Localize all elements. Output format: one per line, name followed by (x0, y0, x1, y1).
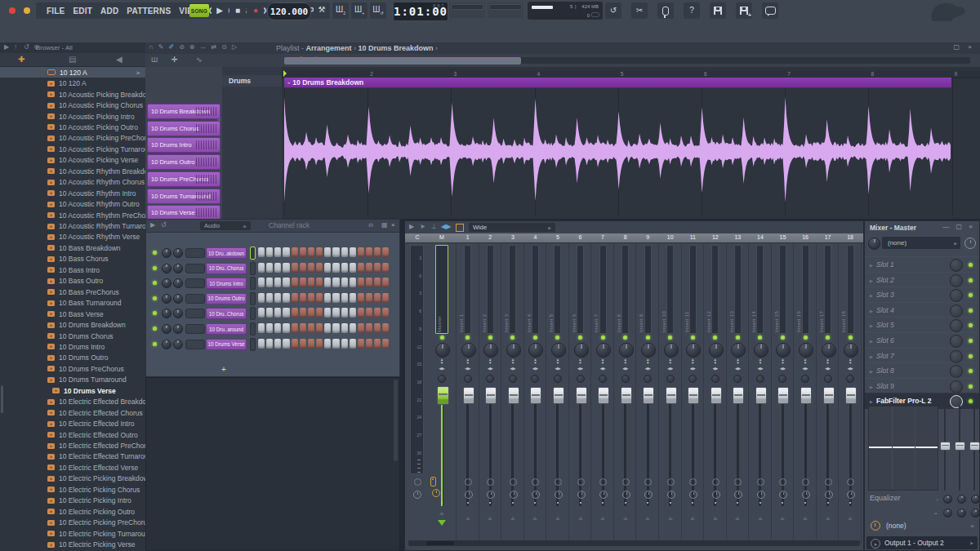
step-cell[interactable] (283, 323, 289, 333)
step-cell[interactable] (382, 247, 389, 257)
step-cell[interactable] (332, 323, 339, 333)
chevron-right-icon[interactable]: ▶ (150, 221, 155, 229)
mixer-insert-strip[interactable]: Insert 15▲▼◀▶ (772, 242, 795, 544)
arm-ring[interactable] (510, 478, 517, 486)
step-cell[interactable] (274, 339, 281, 349)
pan-arrows[interactable]: ◀▶ (437, 367, 447, 371)
step-cell[interactable] (316, 308, 323, 318)
mixer-col-number[interactable]: 6 (569, 234, 592, 240)
strip-led[interactable] (623, 335, 627, 340)
mixer-col-number[interactable]: 16 (794, 234, 817, 240)
mute-button[interactable] (756, 375, 764, 383)
stereo-sep-arrows[interactable]: ▲▼ (847, 358, 853, 365)
mixer-col-number[interactable]: 18 (839, 234, 862, 240)
effect-slot-led[interactable] (969, 278, 973, 282)
step-cell[interactable] (324, 308, 331, 318)
browser-item[interactable]: »10 Electric Picking Outro (0, 506, 145, 517)
mixer-insert-strip[interactable]: Insert 18▲▼◀▶ (839, 242, 862, 544)
eq-slider-handle[interactable] (955, 442, 965, 451)
picker-clip[interactable]: 10 Drums Chorus (147, 121, 220, 136)
strip-led[interactable] (440, 335, 444, 340)
fader-track[interactable] (692, 387, 694, 506)
eq-graph[interactable] (868, 406, 938, 491)
mixer-insert-strip[interactable]: Insert 16▲▼◀▶ (794, 242, 817, 544)
channel-pan-knob[interactable] (162, 309, 172, 318)
step-cell[interactable] (300, 293, 306, 303)
mute-button[interactable] (846, 375, 854, 383)
dock-icon[interactable]: ⊥ (431, 223, 437, 230)
stereo-sep-arrows[interactable]: ▲▼ (622, 358, 629, 365)
channel-led[interactable] (153, 281, 157, 285)
step-cell[interactable] (266, 247, 273, 257)
step-cell[interactable] (266, 263, 273, 273)
pattern-mode-icon[interactable]: Ш (151, 56, 158, 64)
step-cell[interactable] (274, 308, 281, 318)
step-cell[interactable] (358, 263, 364, 273)
mute-button[interactable] (577, 375, 585, 383)
effect-slot-led[interactable] (969, 369, 973, 373)
browser-item[interactable]: »10 Acoustic Picking Breakdown (0, 89, 145, 100)
step-cell[interactable] (258, 339, 265, 349)
channel-fader[interactable] (485, 387, 497, 404)
mute-button[interactable] (688, 375, 697, 383)
automation-clock[interactable] (432, 489, 440, 497)
step-cell[interactable] (358, 293, 364, 303)
pan-arrows[interactable]: ◀▶ (733, 367, 742, 371)
channel-led[interactable] (153, 266, 157, 270)
dock-up-arrow[interactable] (439, 512, 444, 515)
effect-slot[interactable]: ▶Slot 7 (865, 348, 979, 364)
browser-breadcrumb[interactable]: Browser - All (36, 44, 73, 51)
step-cell[interactable] (382, 278, 389, 287)
files-tab-icon[interactable]: ▤ (69, 55, 76, 64)
strip-led[interactable] (736, 335, 740, 340)
step-cell[interactable] (300, 263, 306, 273)
strip-pan-knob[interactable] (731, 343, 746, 358)
picker-clip[interactable]: 10 Drums Turnaround (147, 189, 220, 204)
eq-slider-handle[interactable] (940, 442, 951, 451)
eq-mini-knob[interactable] (971, 509, 980, 518)
step-cell[interactable] (350, 308, 356, 318)
mixer-col-number[interactable]: 9 (636, 234, 659, 240)
eq-mini-knob[interactable] (971, 495, 980, 504)
effect-slot-knob[interactable] (950, 304, 963, 318)
strip-led[interactable] (488, 335, 492, 340)
browser-item[interactable]: »10 Acoustic Picking Outro (0, 122, 145, 132)
fader-track[interactable] (534, 387, 537, 506)
auto-mode-icon[interactable]: ∿ (196, 56, 203, 64)
step-cell[interactable] (258, 323, 265, 333)
mixer-target-box[interactable]: ··· (185, 278, 205, 288)
channel-pan-knob[interactable] (162, 324, 172, 334)
channel-pan-knob[interactable] (162, 248, 172, 258)
browser-item[interactable]: »10 Electric Effected Intro (0, 418, 145, 429)
tap-tempo-icon[interactable]: ⚒ (314, 2, 330, 19)
automation-clock[interactable] (689, 491, 697, 499)
strip-led[interactable] (510, 335, 514, 340)
step-cell[interactable] (341, 247, 348, 257)
automation-clock[interactable] (757, 491, 765, 499)
browser-item[interactable]: »10 Electric Effected Chorus (0, 407, 145, 418)
channel-fader[interactable] (621, 387, 632, 404)
effect-slot[interactable]: ▶Slot 5 (865, 317, 979, 333)
channel-fader[interactable] (823, 387, 835, 404)
minimize-traffic-light[interactable] (24, 7, 30, 14)
mixer-col-number[interactable]: 10 (659, 234, 682, 240)
mute-button[interactable] (666, 375, 675, 383)
dock-arrow[interactable] (780, 517, 785, 520)
pan-arrows[interactable]: ◀▶ (598, 367, 608, 371)
arm-ring[interactable] (712, 478, 719, 486)
dock-arrow[interactable] (555, 517, 560, 520)
fader-track[interactable] (624, 387, 626, 506)
automation-clock[interactable] (779, 491, 787, 499)
step-cell[interactable] (283, 293, 289, 303)
strip-pan-knob[interactable] (776, 343, 791, 358)
automation-clock[interactable] (667, 491, 675, 499)
automation-clock[interactable] (734, 491, 742, 499)
step-cell[interactable] (308, 308, 314, 318)
step-cell[interactable] (283, 263, 289, 273)
mute-button[interactable] (554, 375, 562, 383)
mute-button[interactable] (733, 375, 742, 383)
channel-fader[interactable] (463, 387, 474, 404)
step-cell[interactable] (382, 308, 389, 318)
step-cell[interactable] (374, 323, 381, 333)
channel-selector[interactable] (250, 292, 256, 305)
